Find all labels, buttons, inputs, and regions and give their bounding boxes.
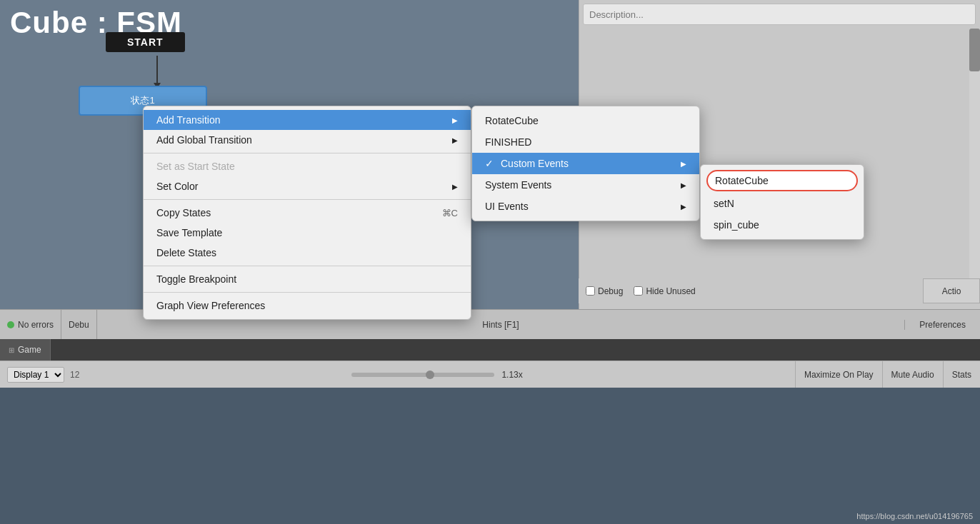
zoom-slider[interactable] bbox=[351, 373, 494, 377]
menu-item-delete-states[interactable]: Delete States bbox=[144, 243, 471, 263]
submenu-item-system-events[interactable]: System Events ▶ bbox=[472, 174, 699, 196]
debug-checkbox-item[interactable]: Debug bbox=[586, 286, 623, 296]
system-events-arrow-icon: ▶ bbox=[681, 181, 686, 189]
debug-button[interactable]: Debu bbox=[61, 310, 97, 339]
menu-item-add-transition[interactable]: Add Transition ▶ bbox=[144, 110, 471, 130]
checkmark-icon: ✓ bbox=[485, 158, 494, 169]
hints-button[interactable]: Hints [F1] bbox=[97, 320, 906, 330]
hide-unused-checkbox-item[interactable]: Hide Unused bbox=[634, 286, 695, 296]
events-item-setn[interactable]: setN bbox=[701, 193, 864, 214]
zoom-area: 1.13x bbox=[79, 370, 795, 380]
green-dot-icon bbox=[7, 321, 14, 328]
hide-unused-label: Hide Unused bbox=[646, 286, 695, 296]
submenu-events: RotateCube setN spin_cube bbox=[700, 164, 864, 240]
menu-item-copy-states[interactable]: Copy States ⌘C bbox=[144, 203, 471, 223]
menu-separator-1 bbox=[144, 153, 471, 153]
preferences-button[interactable]: Preferences bbox=[905, 320, 980, 330]
scroll-thumb[interactable] bbox=[969, 29, 980, 71]
action-button[interactable]: Actio bbox=[923, 278, 980, 303]
debug-area: Debug Hide Unused bbox=[579, 278, 864, 303]
submenu-item-ui-events[interactable]: UI Events ▶ bbox=[472, 196, 699, 217]
mute-button[interactable]: Mute Audio bbox=[882, 361, 943, 388]
submenu-arrow-icon: ▶ bbox=[452, 116, 458, 124]
debug-label: Debug bbox=[598, 286, 623, 296]
menu-item-toggle-breakpoint[interactable]: Toggle Breakpoint bbox=[144, 269, 471, 289]
display-bar: Display 1 12 1.13x Maximize On Play Mute… bbox=[0, 361, 980, 388]
submenu-arrow-icon-2: ▶ bbox=[452, 136, 458, 144]
menu-item-save-template[interactable]: Save Template bbox=[144, 223, 471, 243]
menu-separator-3 bbox=[144, 266, 471, 266]
no-errors-text: No errors bbox=[18, 320, 54, 330]
custom-events-arrow-icon: ▶ bbox=[681, 160, 686, 168]
game-tab-label: Game bbox=[18, 345, 41, 355]
menu-item-set-color[interactable]: Set Color ▶ bbox=[144, 176, 471, 196]
menu-separator-2 bbox=[144, 199, 471, 200]
menu-item-graph-view-preferences[interactable]: Graph View Preferences bbox=[144, 296, 471, 316]
events-item-spin-cube[interactable]: spin_cube bbox=[701, 214, 864, 236]
description-input[interactable] bbox=[583, 4, 976, 25]
debug-checkbox[interactable] bbox=[586, 286, 595, 296]
url-bar: https://blog.csdn.net/u014196765 bbox=[856, 512, 973, 520]
game-bar: ⊞ Game bbox=[0, 339, 980, 361]
submenu-item-finished[interactable]: FINISHED bbox=[472, 131, 699, 153]
copy-shortcut: ⌘C bbox=[442, 208, 458, 218]
submenu-arrow-icon-3: ▶ bbox=[452, 183, 458, 191]
submenu-item-rotate-cube[interactable]: RotateCube bbox=[472, 110, 699, 131]
menu-item-set-start-state: Set as Start State bbox=[144, 156, 471, 176]
submenu-item-custom-events[interactable]: ✓ Custom Events ▶ bbox=[472, 153, 699, 174]
menu-separator-4 bbox=[144, 292, 471, 293]
start-arrow bbox=[156, 56, 158, 84]
stats-button[interactable]: Stats bbox=[943, 361, 980, 388]
display-number: 12 bbox=[70, 370, 79, 380]
submenu-transition: RotateCube FINISHED ✓ Custom Events ▶ Sy… bbox=[471, 106, 700, 221]
start-node: START bbox=[106, 32, 185, 52]
zoom-value: 1.13x bbox=[501, 370, 522, 380]
display-select[interactable]: Display 1 bbox=[7, 367, 64, 383]
game-tab[interactable]: ⊞ Game bbox=[0, 339, 51, 361]
hide-unused-checkbox[interactable] bbox=[634, 286, 643, 296]
game-icon: ⊞ bbox=[9, 346, 14, 354]
ui-events-arrow-icon: ▶ bbox=[681, 203, 686, 211]
maximize-button[interactable]: Maximize On Play bbox=[795, 361, 882, 388]
game-view bbox=[0, 388, 980, 524]
context-menu-main: Add Transition ▶ Add Global Transition ▶… bbox=[143, 106, 471, 320]
events-item-rotate-cube[interactable]: RotateCube bbox=[706, 170, 858, 191]
menu-item-add-global-transition[interactable]: Add Global Transition ▶ bbox=[144, 130, 471, 150]
no-errors-badge: No errors bbox=[0, 310, 61, 339]
